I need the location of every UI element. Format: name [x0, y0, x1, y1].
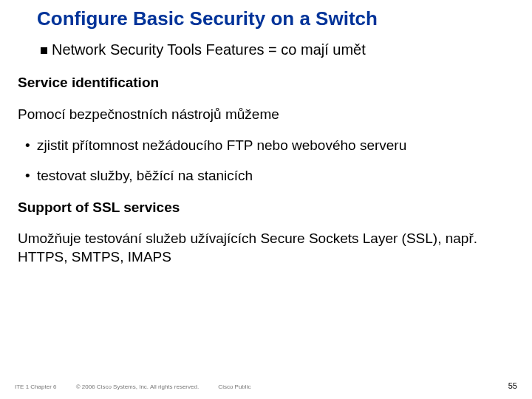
- bullet-dot-icon: •: [25, 137, 37, 155]
- square-bullet-icon: [41, 47, 47, 54]
- slide-body: Service identification Pomocí bezpečnost…: [18, 74, 514, 280]
- footer-public: Cisco Public: [218, 383, 250, 390]
- list-item: •testovat služby, běžící na stanicích: [18, 167, 514, 185]
- bullet-dot-icon: •: [25, 167, 37, 185]
- footer-copyright: © 2006 Cisco Systems, Inc. All rights re…: [76, 383, 199, 390]
- list-item: •zjistit přítomnost nežádoucího FTP nebo…: [18, 137, 514, 155]
- subtitle-text: Network Security Tools Features = co maj…: [52, 41, 366, 58]
- slide: Configure Basic Security on a Switch Net…: [0, 0, 532, 399]
- bullet-list: •zjistit přítomnost nežádoucího FTP nebo…: [18, 137, 514, 185]
- section-intro: Pomocí bezpečnostních nástrojů můžeme: [18, 106, 514, 124]
- list-item-text: testovat služby, běžící na stanicích: [37, 168, 253, 183]
- footer-page-number: 55: [508, 381, 517, 390]
- section-heading-service-id: Service identification: [18, 74, 514, 92]
- footer-chapter: ITE 1 Chapter 6: [15, 383, 56, 390]
- section-body-ssl: Umožňuje testování služeb užívajících Se…: [18, 230, 514, 266]
- slide-subtitle: Network Security Tools Features = co maj…: [41, 41, 366, 58]
- section-heading-ssl: Support of SSL services: [18, 199, 514, 217]
- list-item-text: zjistit přítomnost nežádoucího FTP nebo …: [37, 137, 406, 153]
- slide-footer: ITE 1 Chapter 6 © 2006 Cisco Systems, In…: [15, 383, 517, 390]
- slide-title: Configure Basic Security on a Switch: [37, 7, 378, 30]
